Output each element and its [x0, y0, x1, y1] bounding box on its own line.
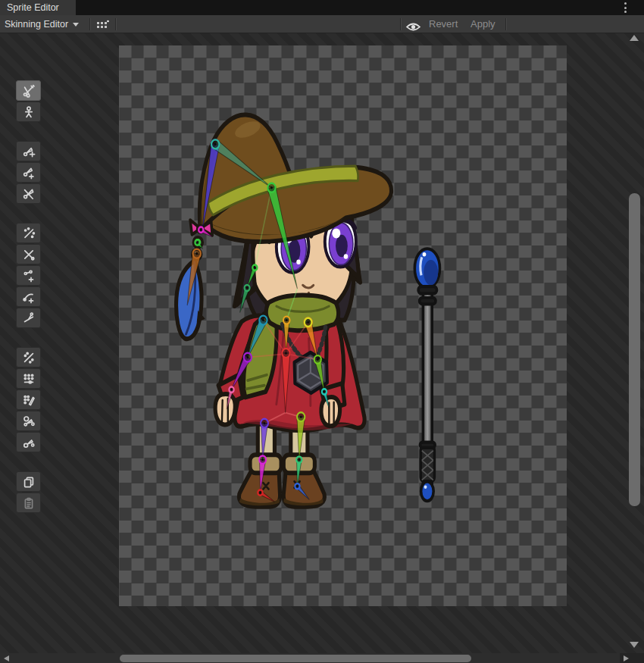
tool-create-edge-button[interactable]	[16, 286, 41, 307]
tool-weight-slider-button[interactable]	[16, 368, 41, 389]
tool-restore-bind-pose-button[interactable]	[16, 102, 41, 122]
create-vertex-icon	[22, 269, 36, 283]
horizontal-scrollbar-thumb[interactable]	[120, 655, 471, 662]
tool-sidebar	[16, 80, 42, 514]
sprite-frames-icon	[95, 20, 110, 31]
bone-add-icon	[22, 166, 36, 180]
tool-weight-brush-button[interactable]	[16, 389, 41, 410]
edit-geometry-icon	[22, 248, 36, 261]
revert-button[interactable]: Revert	[429, 15, 458, 33]
apply-button[interactable]: Apply	[470, 15, 496, 33]
visibility-eye-icon	[405, 22, 421, 32]
toolbar-divider	[505, 18, 506, 30]
tool-split-bone-button[interactable]	[16, 183, 41, 204]
tool-edit-bone-button[interactable]	[16, 141, 41, 161]
scroll-down-arrow[interactable]	[630, 642, 639, 648]
tab-bar: Sprite Editor	[0, 0, 644, 15]
paste-icon	[22, 496, 36, 510]
tool-create-bone-button[interactable]	[16, 162, 41, 183]
weight-brush-icon	[22, 393, 36, 407]
tool-paste-button[interactable]	[16, 493, 41, 513]
auto-weights-icon	[22, 351, 36, 364]
toolbar-divider	[115, 18, 116, 30]
sprite-editor-window: Sprite Editor Skinning Editor	[0, 0, 644, 663]
sprite-canvas[interactable]	[119, 45, 567, 606]
copy-icon	[22, 475, 36, 489]
tool-edit-geometry-button[interactable]	[16, 244, 41, 264]
tool-copy-button[interactable]	[16, 471, 41, 492]
scroll-up-arrow[interactable]	[630, 35, 639, 41]
auto-geometry-icon	[22, 227, 36, 240]
visibility-toggle[interactable]	[405, 20, 421, 30]
scroll-left-arrow[interactable]	[4, 655, 9, 661]
tool-create-vertex-button[interactable]	[16, 265, 41, 286]
weight-slider-icon	[22, 372, 36, 386]
bone-split-icon	[22, 187, 36, 201]
scissors-wrench-icon	[22, 84, 36, 98]
mode-dropdown[interactable]: Skinning Editor	[5, 15, 79, 33]
bone-move-icon	[22, 145, 36, 158]
create-edge-icon	[22, 290, 36, 304]
toolbar-divider	[89, 18, 90, 30]
tab-sprite-editor[interactable]: Sprite Editor	[0, 0, 76, 15]
sprite-influence-icon	[22, 436, 36, 449]
tool-bone-influence-button[interactable]	[16, 411, 41, 431]
vertical-scrollbar-thumb[interactable]	[629, 193, 640, 506]
tool-auto-geometry-button[interactable]	[16, 223, 41, 243]
split-edge-icon	[22, 311, 36, 325]
sprite-frames-button[interactable]	[95, 19, 110, 30]
tool-split-edge-button[interactable]	[16, 308, 41, 328]
chevron-down-icon	[73, 23, 79, 27]
kebab-menu-icon[interactable]	[622, 2, 628, 13]
toolbar-divider	[400, 18, 401, 30]
tool-sprite-influence-button[interactable]	[16, 432, 41, 452]
bone-influence-icon	[22, 414, 36, 428]
tool-auto-weights-button[interactable]	[16, 347, 41, 367]
staff-sprite	[414, 249, 439, 501]
tool-preview-pose-button[interactable]	[16, 80, 41, 101]
bone-joint[interactable]	[305, 318, 311, 327]
scroll-right-arrow[interactable]	[624, 655, 629, 661]
toolbar: Skinning Editor Revert Apply	[0, 15, 644, 33]
mode-dropdown-label: Skinning Editor	[5, 19, 68, 30]
workspace-background	[0, 33, 644, 653]
person-icon	[22, 105, 36, 119]
